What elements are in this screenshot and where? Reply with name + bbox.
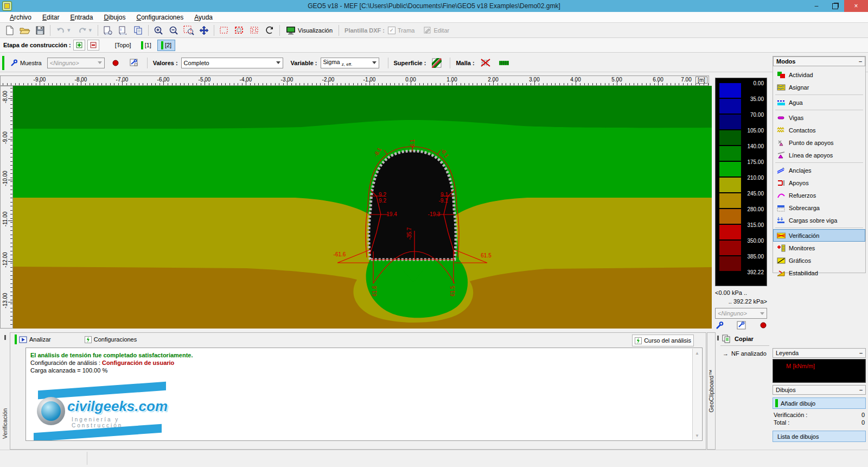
modo-anclajes[interactable]: Anclajes	[773, 164, 865, 176]
scale-record-icon[interactable]	[760, 321, 767, 329]
mesh-off-icon	[480, 59, 491, 67]
record-button[interactable]	[108, 56, 123, 70]
restore-button[interactable]	[826, 0, 844, 12]
print-view-button[interactable]	[126, 56, 142, 70]
lista-dibujos-button[interactable]: Lista de dibujos	[773, 431, 866, 442]
trama-checkbox[interactable]: ✓	[388, 27, 395, 34]
menu-ayuda[interactable]: Ayuda	[190, 12, 217, 22]
stage-tab-1[interactable]: [1]	[137, 40, 155, 51]
menu-editar[interactable]: Editar	[38, 12, 63, 22]
close-button[interactable]: ×	[844, 0, 868, 12]
malla-on-toggle[interactable]	[496, 56, 512, 70]
pan-button[interactable]	[196, 23, 212, 37]
malla-label: Malla :	[456, 60, 474, 66]
malla-off-toggle[interactable]	[478, 56, 493, 70]
collapse-button[interactable]: –	[859, 350, 863, 356]
muestra-selector[interactable]: <Ninguno>	[47, 58, 105, 68]
splitter-grip[interactable]	[717, 336, 719, 340]
minimize-button[interactable]: –	[807, 0, 826, 12]
beam-load-icon	[777, 217, 786, 224]
modo-linea-apoyos[interactable]: Línea de apoyos	[773, 149, 865, 161]
modo-refuerzos[interactable]: Refuerzos	[773, 189, 865, 201]
select-frame-button[interactable]	[232, 23, 247, 37]
variable-selector[interactable]: Sigma z, eff.	[321, 58, 379, 68]
visualizacion-label: Visualización	[298, 27, 333, 34]
modo-sobrecarga[interactable]: Sobrecarga	[773, 201, 865, 214]
muestra-button[interactable]: Muestra	[8, 59, 44, 67]
collapse-button[interactable]: –	[859, 58, 862, 65]
remove-stage-button[interactable]	[87, 40, 99, 51]
menu-dibujos[interactable]: Dibujos	[99, 12, 130, 22]
curso-analisis-button[interactable]: Curso del análisis	[632, 335, 694, 346]
modo-asignar[interactable]: Asignar	[773, 81, 865, 93]
ruler-tick-label: -10.00	[2, 168, 8, 190]
undo-button[interactable]: ▾	[53, 23, 74, 37]
anadir-dibujo-button[interactable]: Añadir dibujo	[773, 397, 866, 409]
modo-contactos[interactable]: Contactos	[773, 124, 865, 136]
editar-dxf-button[interactable]: Editar	[420, 23, 453, 37]
copy-picture-button[interactable]	[100, 23, 116, 37]
copy-data-button[interactable]: i	[116, 23, 131, 37]
stage-tab-topo[interactable]: [Topo]	[111, 40, 135, 51]
select-frame-icon	[234, 26, 244, 35]
model-canvas[interactable]: -6.1 -8.1 -8.1 9.2 9.2 9.1 -9.1 19.4 -19…	[13, 86, 712, 329]
scale-print-icon[interactable]	[737, 321, 746, 330]
scale-value: 245.00	[738, 191, 764, 197]
scale-selector[interactable]: <Ninguno>	[715, 308, 767, 319]
modo-actividad[interactable]: Actividad	[773, 68, 865, 81]
collapse-button[interactable]: –	[859, 387, 863, 393]
new-file-button[interactable]	[2, 23, 17, 37]
geo5-window: GEO5 v18 - MEF [C:\Users\Public\Document…	[0, 0, 868, 467]
splitter-grip[interactable]	[4, 335, 6, 340]
copy-button[interactable]	[131, 23, 146, 37]
modo-graficos[interactable]: Gráficos	[773, 254, 865, 267]
redo-button[interactable]: ▾	[74, 23, 96, 37]
analysis-status-bar	[15, 335, 17, 344]
modo-monitores[interactable]: Monitores	[773, 242, 865, 254]
civilgeeks-watermark: civilgeeks.com Ingeniería y Construcción	[34, 385, 169, 439]
visualizacion-button[interactable]: Visualización	[282, 23, 336, 37]
menu-entrada[interactable]: Entrada	[66, 12, 97, 22]
scale-value: 315.00	[738, 222, 764, 228]
fit-view-icon	[250, 26, 259, 35]
contacts-icon	[777, 127, 786, 134]
modos-header: Modos –	[773, 56, 865, 66]
tunnel-lining	[369, 151, 456, 260]
configuraciones-button[interactable]: Configuraciones	[82, 336, 139, 344]
nf-analizado-item[interactable]: → NF analizado	[723, 350, 769, 357]
superficie-toggle[interactable]	[429, 56, 444, 70]
select-range-button[interactable]	[216, 23, 232, 37]
modo-agua[interactable]: Agua	[773, 96, 865, 109]
zoom-out-button[interactable]	[166, 23, 181, 37]
modo-vigas[interactable]: Vigas	[773, 111, 865, 124]
modo-apoyos[interactable]: Apoyos	[773, 176, 865, 189]
zoom-in-button[interactable]	[151, 23, 166, 37]
add-stage-button[interactable]	[73, 40, 85, 51]
scale-settings-icon[interactable]	[715, 321, 724, 330]
scroll-up-icon[interactable]: ▲	[693, 349, 701, 357]
log-scrollbar[interactable]: ▲ ▼	[692, 349, 701, 440]
scroll-down-icon[interactable]: ▼	[693, 431, 701, 440]
analizar-button[interactable]: Analizar	[12, 334, 53, 345]
menu-archivo[interactable]: Archivo	[5, 12, 36, 22]
fit-view-button[interactable]	[247, 23, 262, 37]
select-range-icon	[219, 26, 229, 35]
window-title: GEO5 v18 - MEF [C:\Users\Public\Document…	[0, 2, 868, 10]
geoclipboard-label: GeoClipboard™	[708, 370, 714, 413]
modo-cargas-viga[interactable]: Cargas sobre viga	[773, 214, 865, 226]
modo-estabilidad[interactable]: Estabilidad	[773, 267, 865, 279]
scale-value: 210.00	[738, 175, 764, 181]
analysis-log[interactable]: El análisis de tensión fue completado sa…	[25, 348, 703, 441]
menu-configuraciones[interactable]: Configuraciones	[132, 12, 188, 22]
copiar-button[interactable]: Copiar	[720, 332, 769, 346]
previous-view-button[interactable]	[262, 23, 277, 37]
valores-selector[interactable]: Completo	[181, 58, 283, 68]
stage-tab-2[interactable]: [2]	[157, 40, 175, 51]
modo-verificacion[interactable]: Verificación	[773, 229, 865, 242]
open-file-button[interactable]	[17, 23, 33, 37]
surface-icon	[432, 58, 442, 68]
zoom-window-button[interactable]	[181, 23, 196, 37]
save-button[interactable]	[33, 23, 48, 37]
modo-punto-apoyos[interactable]: Punto de apoyos	[773, 136, 865, 149]
verificacion-side-tab[interactable]: Verificación	[1, 402, 9, 445]
